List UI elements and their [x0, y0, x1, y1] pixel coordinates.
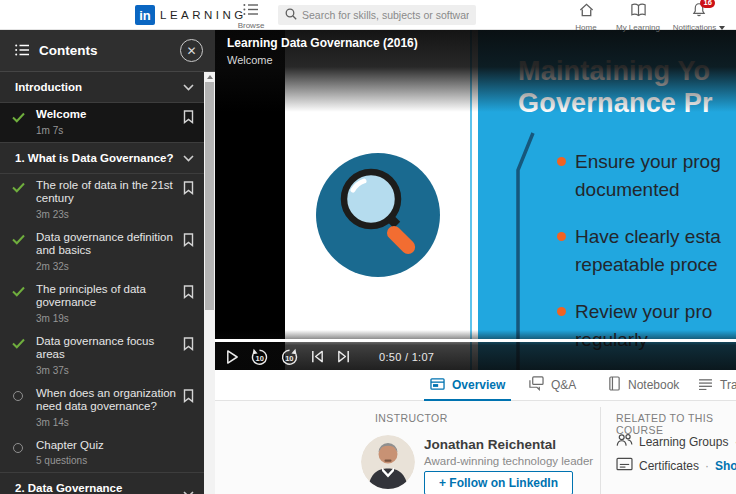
overview-icon: [430, 377, 445, 394]
notifications-label: Notifications: [673, 23, 717, 32]
section-label: Introduction: [15, 81, 82, 93]
section-what-is-data-governance[interactable]: 1. What is Data Governance?: [0, 142, 204, 174]
incomplete-circle-icon: [11, 389, 25, 403]
bookmark-icon[interactable]: [183, 181, 194, 199]
video-title-overlay: Learning Data Governance (2016) Welcome: [215, 30, 736, 112]
learning-groups-icon: [616, 433, 633, 450]
lesson-name: Welcome: [227, 54, 273, 66]
bookmark-icon[interactable]: [183, 233, 194, 251]
contents-title: Contents: [39, 43, 98, 58]
video-progress-bar[interactable]: [215, 339, 736, 342]
search-bar[interactable]: [278, 5, 476, 25]
section-label: 2. Data Governance Deployment: [15, 482, 183, 494]
tab-notebook[interactable]: Notebook: [608, 370, 679, 400]
previous-video-button[interactable]: [310, 349, 325, 364]
lesson-item-welcome[interactable]: Welcome 1m 7s: [0, 103, 204, 142]
bookmark-icon[interactable]: [183, 110, 194, 128]
lesson-duration: 1m 7s: [36, 125, 176, 136]
video-progress-fill: [215, 339, 736, 342]
chevron-down-icon: [183, 488, 194, 494]
bullet-dot-icon: [557, 157, 566, 166]
lesson-item-definition-basics[interactable]: Data governance definition and basics 2m…: [0, 226, 204, 278]
section-data-governance-deployment[interactable]: 2. Data Governance Deployment: [0, 472, 204, 494]
rewind-10-button[interactable]: 10: [250, 348, 269, 366]
instructor-heading: INSTRUCTOR: [375, 412, 448, 424]
scrollbar-thumb[interactable]: [205, 82, 214, 310]
completed-check-icon: [11, 337, 25, 351]
contents-sidebar: Contents ✕ Introduction Welcome 1m 7s 1.…: [0, 30, 215, 494]
bullet-dot-icon: [557, 307, 566, 316]
browse-button[interactable]: Browse: [235, 2, 267, 30]
lesson-duration: 2m 32s: [36, 261, 176, 272]
learning-wordmark: LEARNING: [160, 9, 247, 21]
lesson-duration: 3m 19s: [36, 313, 176, 324]
tab-label: Notebook: [628, 378, 679, 392]
lesson-title: The principles of data governance: [36, 283, 176, 310]
tab-label: Overview: [452, 378, 505, 392]
play-button[interactable]: [225, 349, 239, 365]
search-icon: [285, 6, 297, 24]
lesson-item-principles[interactable]: The principles of data governance 3m 19s: [0, 278, 204, 330]
tab-overview[interactable]: Overview: [430, 370, 505, 400]
lesson-title: Data governance definition and basics: [36, 231, 176, 258]
tab-qa[interactable]: Q&A: [528, 370, 576, 400]
my-learning-label: My Learning: [616, 23, 660, 32]
lesson-item-role-of-data[interactable]: The role of data in the 21st century 3m …: [0, 174, 204, 226]
related-certificates-row: Certificates · Show all: [616, 457, 736, 474]
video-player[interactable]: Maintaining Yo Governance Pr Ensure your…: [215, 30, 736, 370]
top-navigation-bar: in LEARNING Browse Home My Learning: [0, 0, 736, 30]
bookmark-icon[interactable]: [183, 337, 194, 355]
linkedin-learning-logo[interactable]: in LEARNING: [135, 5, 247, 25]
forward-10-button[interactable]: 10: [280, 348, 299, 366]
sidebar-scrollbar[interactable]: [204, 72, 215, 494]
dropdown-arrow-icon: [719, 26, 725, 30]
related-item-label[interactable]: Learning Groups: [639, 435, 728, 449]
lesson-duration: 3m 23s: [36, 209, 176, 220]
completed-check-icon: [11, 285, 25, 299]
related-item-label[interactable]: Certificates: [639, 459, 699, 473]
course-info-panel: INSTRUCTOR Jonathan Reichental Award-win…: [215, 401, 736, 494]
search-input[interactable]: [302, 9, 469, 21]
instructor-avatar[interactable]: [361, 435, 415, 489]
lesson-item-chapter-quiz[interactable]: Chapter Quiz 5 questions: [0, 434, 204, 473]
lesson-duration: 5 questions: [36, 455, 176, 466]
bookmark-icon[interactable]: [183, 285, 194, 303]
close-sidebar-button[interactable]: ✕: [180, 39, 203, 62]
lesson-item-when-does-org-need[interactable]: When does an organization need data gove…: [0, 382, 204, 434]
completed-check-icon: [11, 181, 25, 195]
completed-check-icon: [11, 233, 25, 247]
separator-dot: ·: [705, 459, 709, 473]
home-icon: [578, 2, 595, 22]
transcript-lines-icon: [698, 378, 713, 393]
chevron-down-icon: [183, 81, 194, 93]
section-introduction[interactable]: Introduction: [0, 72, 204, 103]
lesson-title: The role of data in the 21st century: [36, 179, 176, 206]
lesson-item-focus-areas[interactable]: Data governance focus areas 3m 37s: [0, 330, 204, 382]
browse-list-icon: [243, 2, 259, 20]
lesson-duration: 3m 37s: [36, 365, 176, 376]
instructor-name[interactable]: Jonathan Reichental: [424, 437, 556, 452]
bullet-dot-icon: [557, 232, 566, 241]
lesson-duration: 3m 14s: [36, 417, 176, 428]
next-video-button[interactable]: [336, 349, 351, 364]
lesson-title: When does an organization need data gove…: [36, 387, 176, 414]
show-all-certificates-link[interactable]: Show all: [715, 459, 736, 473]
tab-transcript[interactable]: Tra: [698, 370, 736, 400]
section-label: 1. What is Data Governance?: [15, 152, 174, 164]
tab-label: Tra: [720, 378, 736, 392]
nav-my-learning[interactable]: My Learning: [608, 2, 668, 32]
slide-bullet-2: Have clearly esta repeatable proce: [557, 223, 721, 279]
video-time-display: 0:50 / 1:07: [379, 351, 434, 363]
nav-notifications[interactable]: 16 Notifications: [666, 2, 732, 32]
bookmark-icon[interactable]: [183, 389, 194, 407]
slide-bullet-1: Ensure your prog documented: [557, 148, 721, 204]
scroll-up-arrow-icon[interactable]: [207, 75, 213, 79]
nav-home[interactable]: Home: [568, 2, 604, 32]
follow-on-linkedin-button[interactable]: + Follow on LinkedIn: [424, 471, 573, 494]
course-title: Learning Data Governance (2016): [227, 36, 418, 50]
tab-label: Q&A: [551, 378, 576, 392]
linkedin-learning-app: in LEARNING Browse Home My Learning: [0, 0, 736, 494]
lesson-title: Welcome: [36, 108, 176, 122]
course-tabs: Overview Q&A Notebook Tra: [215, 370, 736, 401]
contents-list-icon: [15, 42, 30, 60]
